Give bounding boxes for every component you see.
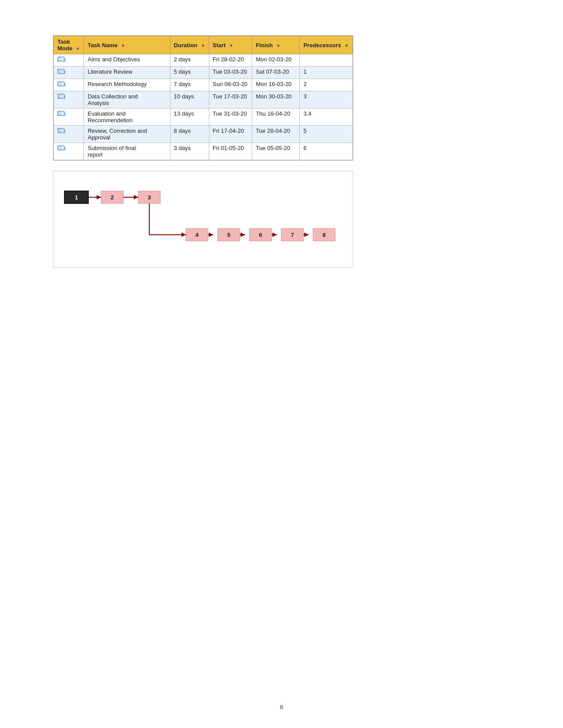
table-row: Aims and Objectives2 daysFri 28-02-20Mon… <box>54 54 353 67</box>
svg-rect-13 <box>59 112 61 115</box>
task-mode-icon <box>57 81 66 88</box>
start-cell: Sun 08-03-20 <box>209 79 252 91</box>
start-cell: Tue 31-03-20 <box>209 109 252 126</box>
svg-text:7: 7 <box>291 232 294 238</box>
task-mode-cell <box>54 54 84 67</box>
start-cell: Fri 28-02-20 <box>209 54 252 67</box>
duration-cell: 13 days <box>170 109 209 126</box>
svg-marker-33 <box>181 233 186 237</box>
predecessors-cell: 3 <box>300 91 353 109</box>
sort-arrow-finish: ▼ <box>276 43 280 48</box>
table-row: Review, Correction andApproval8 daysFri … <box>54 126 353 143</box>
col-header-task-mode[interactable]: TaskMode ▼ <box>54 36 84 54</box>
svg-text:3: 3 <box>147 194 151 201</box>
svg-rect-10 <box>59 95 61 98</box>
svg-marker-28 <box>134 195 138 199</box>
task-name-cell: Submission of finalreport <box>84 143 170 160</box>
svg-rect-19 <box>59 146 61 149</box>
duration-cell: 8 days <box>170 126 209 143</box>
table-row: Research Methodology7 daysSun 08-03-20Mo… <box>54 79 353 91</box>
svg-rect-1 <box>59 58 61 60</box>
svg-marker-49 <box>304 233 309 237</box>
table-row: Submission of finalreport3 daysFri 01-05… <box>54 143 353 160</box>
task-mode-cell <box>54 143 84 160</box>
finish-cell: Tue 28-04-20 <box>252 126 300 143</box>
svg-text:6: 6 <box>259 232 262 238</box>
finish-cell: Mon 30-03-20 <box>252 91 300 109</box>
network-diagram: 12345678 <box>53 171 353 268</box>
predecessors-cell: 3,4 <box>300 109 353 126</box>
duration-cell: 2 days <box>170 54 209 67</box>
finish-cell: Tue 05-05-20 <box>252 143 300 160</box>
duration-cell: 10 days <box>170 91 209 109</box>
col-header-start[interactable]: Start ▼ <box>209 36 252 54</box>
svg-text:1: 1 <box>75 194 78 201</box>
svg-text:4: 4 <box>195 232 199 238</box>
col-header-finish[interactable]: Finish ▼ <box>252 36 300 54</box>
predecessors-cell: 1 <box>300 67 353 79</box>
task-mode-icon <box>57 56 66 63</box>
col-header-task-name[interactable]: Task Name ▼ <box>84 36 170 54</box>
duration-cell: 3 days <box>170 143 209 160</box>
sort-arrow-task-mode: ▼ <box>76 46 80 51</box>
duration-cell: 7 days <box>170 79 209 91</box>
svg-marker-37 <box>209 233 213 237</box>
task-name-cell: Research Methodology <box>84 79 170 91</box>
task-name-cell: Review, Correction andApproval <box>84 126 170 143</box>
task-mode-cell <box>54 67 84 79</box>
task-mode-cell <box>54 91 84 109</box>
predecessors-cell: 6 <box>300 143 353 160</box>
finish-cell: Mon 02-03-20 <box>252 54 300 67</box>
svg-marker-24 <box>97 195 101 199</box>
sort-arrow-predecessors: ▼ <box>344 43 349 48</box>
predecessors-cell <box>300 54 353 67</box>
task-mode-icon <box>57 110 66 117</box>
finish-cell: Sat 07-03-20 <box>252 67 300 79</box>
task-name-cell: Evaluation andRecommendetion <box>84 109 170 126</box>
svg-rect-7 <box>59 83 61 85</box>
task-mode-icon <box>57 128 66 135</box>
svg-text:2: 2 <box>110 194 113 201</box>
table-row: Data Collection andAnalysis10 daysTue 17… <box>54 91 353 109</box>
start-cell: Fri 01-05-20 <box>209 143 252 160</box>
finish-cell: Mon 16-03-20 <box>252 79 300 91</box>
task-name-cell: Aims and Objectives <box>84 54 170 67</box>
network-diagram-svg: 12345678 <box>53 171 354 268</box>
start-cell: Tue 17-03-20 <box>209 91 252 109</box>
page-container: TaskMode ▼ Task Name ▼ Duration ▼ Start … <box>0 0 563 728</box>
col-header-duration[interactable]: Duration ▼ <box>170 36 209 54</box>
task-mode-cell <box>54 126 84 143</box>
predecessors-cell: 5 <box>300 126 353 143</box>
task-name-cell: Data Collection andAnalysis <box>84 91 170 109</box>
svg-text:8: 8 <box>322 232 325 238</box>
col-header-predecessors[interactable]: Predecessors ▼ <box>300 36 353 54</box>
svg-marker-45 <box>272 233 277 237</box>
sort-arrow-start: ▼ <box>229 43 234 48</box>
start-cell: Fri 17-04-20 <box>209 126 252 143</box>
page-number: 8 <box>280 704 283 710</box>
predecessors-cell: 2 <box>300 79 353 91</box>
task-mode-cell <box>54 109 84 126</box>
task-table: TaskMode ▼ Task Name ▼ Duration ▼ Start … <box>53 36 353 160</box>
sort-arrow-task-name: ▼ <box>121 43 125 48</box>
task-mode-icon <box>57 145 66 152</box>
start-cell: Tue 03-03-20 <box>209 67 252 79</box>
table-row: Evaluation andRecommendetion13 daysTue 3… <box>54 109 353 126</box>
task-mode-cell <box>54 79 84 91</box>
task-table-wrapper: TaskMode ▼ Task Name ▼ Duration ▼ Start … <box>53 35 353 161</box>
task-mode-icon <box>57 93 66 100</box>
svg-rect-4 <box>59 70 61 73</box>
finish-cell: Thu 16-04-20 <box>252 109 300 126</box>
task-mode-icon <box>57 68 66 75</box>
svg-marker-41 <box>241 233 245 237</box>
svg-text:5: 5 <box>227 232 230 238</box>
task-name-cell: Literature Review <box>84 67 170 79</box>
svg-rect-16 <box>59 129 61 132</box>
sort-arrow-duration: ▼ <box>201 43 205 48</box>
duration-cell: 5 days <box>170 67 209 79</box>
table-row: Literature Review5 daysTue 03-03-20Sat 0… <box>54 67 353 79</box>
